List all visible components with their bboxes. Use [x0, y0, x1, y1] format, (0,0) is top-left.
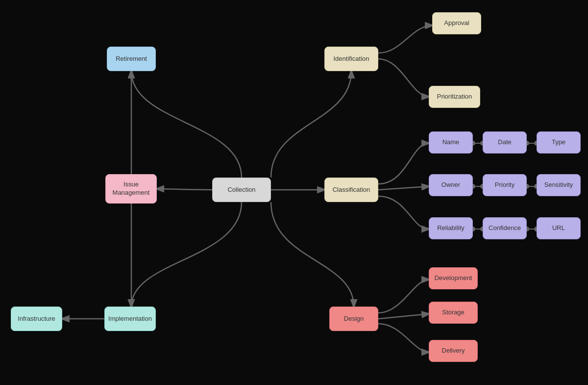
url-node[interactable]: URL — [537, 217, 581, 239]
type-node[interactable]: Type — [537, 131, 581, 154]
confidence-node[interactable]: Confidence — [483, 217, 527, 239]
development-node[interactable]: Development — [429, 267, 478, 289]
issue-management-node[interactable]: Issue Management — [105, 174, 157, 204]
approval-node[interactable]: Approval — [432, 12, 481, 34]
classification-node[interactable]: Classification — [324, 178, 378, 202]
name-node[interactable]: Name — [429, 131, 473, 154]
implementation-node[interactable]: Implementation — [104, 307, 156, 331]
sensitivity-node[interactable]: Sensitivity — [537, 174, 581, 196]
identification-node[interactable]: Identification — [324, 47, 378, 71]
date-node[interactable]: Date — [483, 131, 527, 154]
infrastructure-node[interactable]: Infrastructure — [11, 307, 62, 331]
delivery-node[interactable]: Delivery — [429, 340, 478, 362]
diagram-container: Retirement Issue Management Implementati… — [0, 0, 588, 385]
storage-node[interactable]: Storage — [429, 302, 478, 324]
design-node[interactable]: Design — [329, 307, 378, 331]
priority-node[interactable]: Priority — [483, 174, 527, 196]
reliability-node[interactable]: Reliability — [429, 217, 473, 239]
retirement-node[interactable]: Retirement — [107, 47, 156, 71]
prioritization-node[interactable]: Prioritization — [429, 86, 480, 108]
collection-node[interactable]: Collection — [212, 178, 271, 202]
owner-node[interactable]: Owner — [429, 174, 473, 196]
